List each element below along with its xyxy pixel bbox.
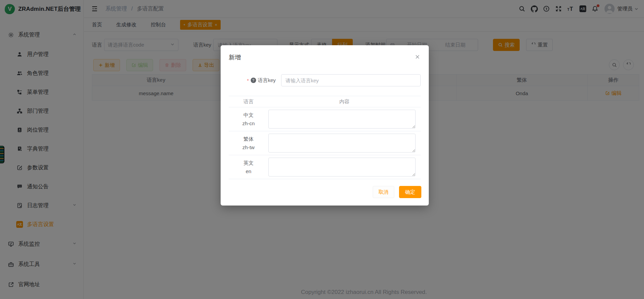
lang-cell: 中文 zh-cn	[229, 111, 268, 128]
dialog-title: 新增	[229, 53, 241, 61]
page: V ZRAdmin.NET后台管理 系统管理 用户管理	[0, 0, 644, 299]
dialog-body: * ? 语言key 语言 内容 中文 zh-cn	[221, 74, 429, 179]
lang-name: 繁体	[229, 135, 268, 143]
dialog-table-row-zh-cn: 中文 zh-cn	[229, 107, 421, 131]
content-zh-tw-textarea[interactable]	[268, 134, 416, 153]
dialog-table-header: 语言 内容	[229, 96, 421, 107]
key-field-label: * ? 语言key	[229, 77, 276, 84]
dialog-key-input[interactable]	[281, 74, 421, 86]
dialog-lang-table: 语言 内容 中文 zh-cn 繁体 zh-tw	[229, 96, 421, 179]
key-form-row: * ? 语言key	[229, 74, 421, 86]
dialog-table-row-zh-tw: 繁体 zh-tw	[229, 131, 421, 155]
content-zh-cn-textarea[interactable]	[268, 110, 416, 129]
lang-name: 中文	[229, 111, 268, 119]
lang-cell: 繁体 zh-tw	[229, 135, 268, 152]
add-dialog: 新增 * ? 语言key 语言 内容	[221, 45, 429, 206]
key-field-label-text: 语言key	[258, 77, 276, 84]
confirm-button[interactable]: 确定	[399, 186, 421, 198]
lang-col-header: 语言	[229, 99, 268, 105]
content-en-textarea[interactable]	[268, 158, 416, 176]
dialog-footer: 取消 确定	[373, 186, 421, 198]
lang-name: 英文	[229, 159, 268, 167]
cancel-button[interactable]: 取消	[373, 186, 394, 198]
dialog-header: 新增	[221, 45, 429, 61]
lang-cell: 英文 en	[229, 159, 268, 175]
required-star: *	[247, 78, 249, 83]
content-col-header: 内容	[268, 99, 421, 105]
dialog-table-row-en: 英文 en	[229, 155, 421, 179]
close-icon[interactable]	[414, 53, 421, 60]
lang-code: zh-cn	[229, 119, 268, 128]
lang-code: zh-tw	[229, 143, 268, 152]
lang-code: en	[229, 167, 268, 175]
help-tooltip-icon[interactable]: ?	[251, 78, 256, 83]
